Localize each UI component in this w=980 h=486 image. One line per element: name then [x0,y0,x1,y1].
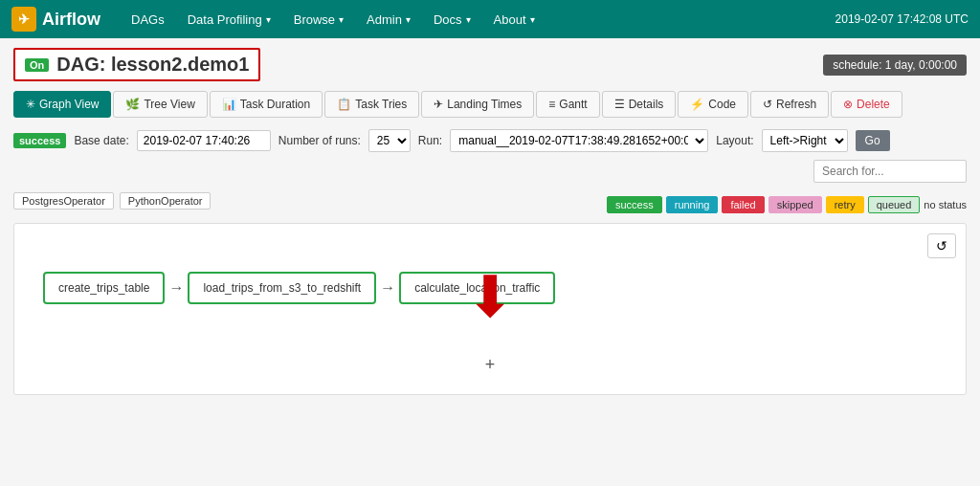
nav-data-profiling-caret: ▾ [266,14,271,25]
tab-task-duration-icon: 📊 [222,98,236,111]
nav-docs-caret: ▾ [466,14,471,25]
legend-running: running [666,196,719,213]
tab-refresh-icon: ↺ [763,98,772,111]
tab-tree-view-icon: 🌿 [125,98,140,111]
tab-gantt-label: Gantt [559,98,587,111]
tab-task-duration[interactable]: 📊 Task Duration [210,91,323,118]
go-button[interactable]: Go [856,130,890,151]
run-select[interactable]: manual__2019-02-07T17:38:49.281652+00:00 [450,129,708,152]
tabs: ✳ Graph View 🌿 Tree View 📊 Task Duration… [13,91,967,118]
tab-delete[interactable]: ⊗ Delete [831,91,902,118]
topnav: ✈ Airflow DAGs Data Profiling ▾ Browse ▾… [0,0,980,38]
nav-about[interactable]: About ▾ [482,0,546,38]
tab-task-duration-label: Task Duration [240,98,310,111]
nav-browse-label: Browse [294,12,335,27]
tab-details-icon: ☰ [614,98,625,111]
tab-graph-view-icon: ✳ [26,98,35,111]
tab-landing-times-icon: ✈ [434,98,443,111]
num-runs-label: Number of runs: [278,134,361,147]
dag-on-badge: On [25,58,49,72]
tab-refresh-label: Refresh [776,98,816,111]
node-load-trips[interactable]: load_trips_from_s3_to_redshift [188,272,376,304]
layout-label: Layout: [716,134,753,147]
graph-refresh-icon: ↺ [936,238,947,254]
legend-success: success [607,196,662,213]
num-runs-select[interactable]: 25 [368,129,411,152]
tab-delete-icon: ⊗ [843,98,853,111]
node-calculate-location-traffic-label: calculate_location_traffic [414,281,540,295]
tab-landing-times[interactable]: ✈ Landing Times [421,91,534,118]
topnav-links: DAGs Data Profiling ▾ Browse ▾ Admin ▾ D… [120,0,835,38]
tab-refresh[interactable]: ↺ Refresh [750,91,829,118]
legend-skipped: skipped [768,196,822,213]
operator-tag-postgres[interactable]: PostgresOperator [13,192,114,210]
nav-about-caret: ▾ [530,14,535,25]
base-date-input[interactable] [137,130,271,151]
tab-code[interactable]: ⚡ Code [678,91,748,118]
graph-area: ↺ ⬇ create_trips_table → load_trips_from… [13,223,967,395]
nav-dags[interactable]: DAGs [120,0,176,38]
airflow-logo-icon: ✈ [11,7,36,32]
nav-data-profiling[interactable]: Data Profiling ▾ [176,0,282,38]
dag-title: DAG: lesson2.demo1 [56,54,249,76]
base-date-label: Base date: [74,134,128,147]
tab-code-icon: ⚡ [690,98,704,111]
controls-bar: success Base date: Number of runs: 25 Ru… [13,129,967,183]
node-load-trips-label: load_trips_from_s3_to_redshift [203,281,361,295]
legend-queued: queued [868,196,921,213]
brand: ✈ Airflow [11,7,100,32]
operator-legend-row: PostgresOperator PythonOperator success … [13,192,967,217]
run-label: Run: [418,134,442,147]
tab-graph-view[interactable]: ✳ Graph View [13,91,111,118]
dag-title-box: On DAG: lesson2.demo1 [13,48,260,81]
nav-browse-caret: ▾ [339,14,344,25]
tab-landing-times-label: Landing Times [447,98,522,111]
nav-about-label: About [494,12,526,27]
success-badge: success [13,133,66,148]
legend-failed: failed [722,196,764,213]
tab-gantt-icon: ≡ [548,98,555,111]
nav-admin-label: Admin [367,12,402,27]
legend-no-status: no status [924,199,967,210]
graph-plus-button[interactable]: + [485,355,496,375]
search-input[interactable] [813,160,967,183]
dag-schedule: schedule: 1 day, 0:00:00 [823,55,967,76]
tab-task-tries[interactable]: 📋 Task Tries [324,91,419,118]
operator-tags: PostgresOperator PythonOperator [13,192,211,210]
nav-admin[interactable]: Admin ▾ [355,0,422,38]
tab-code-label: Code [708,98,736,111]
tab-task-tries-icon: 📋 [337,98,351,111]
dag-header: On DAG: lesson2.demo1 schedule: 1 day, 0… [13,48,967,81]
nav-data-profiling-label: Data Profiling [188,12,262,27]
tab-gantt[interactable]: ≡ Gantt [536,91,599,118]
search-wrap [813,160,967,183]
nav-dags-label: DAGs [131,12,165,27]
tab-tree-view[interactable]: 🌿 Tree View [113,91,207,118]
status-legend: success running failed skipped retry que… [607,196,967,213]
node-create-trips-table-label: create_trips_table [58,281,149,295]
operator-tag-python[interactable]: PythonOperator [120,192,212,210]
node-create-trips-table[interactable]: create_trips_table [43,272,165,304]
graph-refresh-button[interactable]: ↺ [927,233,956,258]
nav-docs[interactable]: Docs ▾ [422,0,482,38]
tab-details[interactable]: ☰ Details [602,91,677,118]
tab-delete-label: Delete [857,98,890,111]
tab-details-label: Details [629,98,664,111]
node-calculate-location-traffic[interactable]: calculate_location_traffic [399,272,555,304]
arrow-2: → [376,279,399,297]
flow-nodes: create_trips_table → load_trips_from_s3_… [43,272,947,304]
arrow-1: → [165,279,188,297]
nav-admin-caret: ▾ [406,14,411,25]
tab-task-tries-label: Task Tries [355,98,407,111]
nav-browse[interactable]: Browse ▾ [282,0,355,38]
topnav-time: 2019-02-07 17:42:08 UTC [835,12,969,26]
brand-label: Airflow [42,10,100,30]
tab-tree-view-label: Tree View [144,98,194,111]
legend-retry: retry [826,196,864,213]
layout-select[interactable]: Left->Right [762,129,848,152]
main-content: On DAG: lesson2.demo1 schedule: 1 day, 0… [0,38,980,405]
nav-docs-label: Docs [434,12,462,27]
tab-graph-view-label: Graph View [39,98,99,111]
